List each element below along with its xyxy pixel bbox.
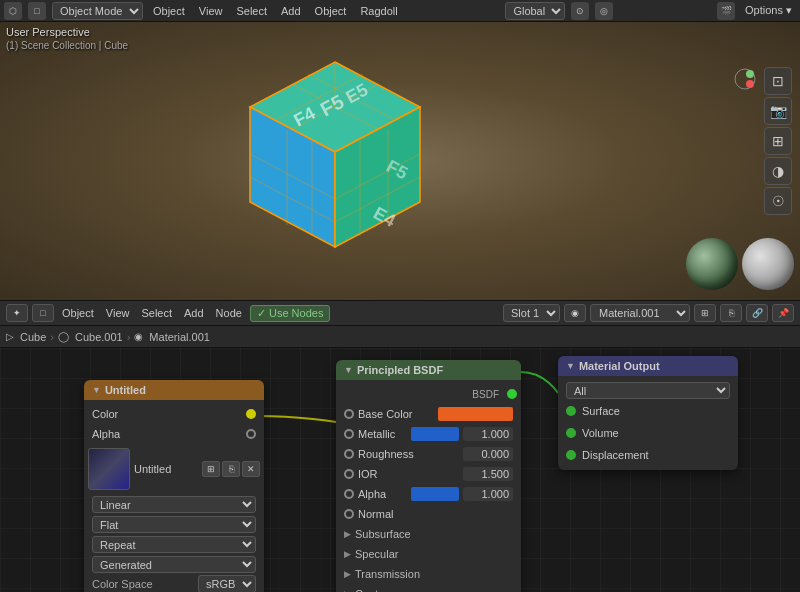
bsdf-metallic-socket[interactable] <box>344 429 354 439</box>
flat-row: Flat <box>84 514 264 534</box>
extension-select[interactable]: Repeat <box>92 536 256 553</box>
bsdf-node-body: BSDF Base Color Metallic 1.000 Roughness… <box>336 380 521 592</box>
snap-icon[interactable]: ⊙ <box>571 2 589 20</box>
bsdf-ior-value[interactable]: 1.500 <box>463 467 513 481</box>
source-select[interactable]: Generated <box>92 556 256 573</box>
object-type-icon[interactable]: □ <box>32 304 54 322</box>
interpolation-select[interactable]: Linear <box>92 496 256 513</box>
breadcrumb-cube001[interactable]: Cube.001 <box>75 331 123 343</box>
node-editor-icon[interactable]: ✦ <box>6 304 28 322</box>
bsdf-transmission-row[interactable]: ▶ Transmission <box>336 564 521 584</box>
bsdf-base-color-bar[interactable] <box>438 407 514 421</box>
bsdf-roughness-row: Roughness 0.000 <box>336 444 521 464</box>
bsdf-alpha-label: Alpha <box>358 488 407 500</box>
material-output-header[interactable]: ▼ Material Output <box>558 356 738 376</box>
bsdf-specular-row[interactable]: ▶ Specular <box>336 544 521 564</box>
mat-link-btn[interactable]: 🔗 <box>746 304 768 322</box>
camera-btn[interactable]: 📷 <box>764 97 792 125</box>
matout-all-select[interactable]: All <box>566 382 730 399</box>
untitled-alpha-socket[interactable] <box>246 429 256 439</box>
matout-surface-socket[interactable] <box>566 406 576 416</box>
grid-btn[interactable]: ⊞ <box>764 127 792 155</box>
object-icon[interactable]: □ <box>28 2 46 20</box>
proportional-icon[interactable]: ◎ <box>595 2 613 20</box>
color-space-select[interactable]: sRGB <box>198 575 256 592</box>
untitled-alpha-label: Alpha <box>92 428 242 440</box>
matout-displacement-label: Displacement <box>582 449 730 461</box>
subsurface-label: Subsurface <box>355 528 411 540</box>
breadcrumb-cube[interactable]: Cube <box>20 331 46 343</box>
untitled-color-socket[interactable] <box>246 409 256 419</box>
subsurface-arrow: ▶ <box>344 529 351 539</box>
matout-volume-socket[interactable] <box>566 428 576 438</box>
bsdf-base-color-label: Base Color <box>358 408 434 420</box>
menu-ragdoll[interactable]: Ragdoll <box>356 4 401 18</box>
matout-displacement-socket[interactable] <box>566 450 576 460</box>
menu-object[interactable]: Object <box>149 4 189 18</box>
bsdf-coat-row[interactable]: ▶ Coat <box>336 584 521 592</box>
bsdf-collapse-arrow[interactable]: ▼ <box>344 365 353 375</box>
tb-node[interactable]: Node <box>212 307 246 319</box>
untitled-alpha-row: Alpha <box>84 424 264 444</box>
bsdf-normal-socket[interactable] <box>344 509 354 519</box>
shading-btn[interactable]: ◑ <box>764 157 792 185</box>
top-menubar: ⬡ □ Object Mode Object View Select Add O… <box>0 0 800 22</box>
untitled-collapse-arrow[interactable]: ▼ <box>92 385 101 395</box>
tb-object[interactable]: Object <box>58 307 98 319</box>
slot-select[interactable]: Slot 1 <box>503 304 560 322</box>
bsdf-roughness-socket[interactable] <box>344 449 354 459</box>
bsdf-ior-socket[interactable] <box>344 469 354 479</box>
material-type-icon[interactable]: ◉ <box>564 304 586 322</box>
tex-copy-btn[interactable]: ⎘ <box>222 461 240 477</box>
untitled-node-body: Color Alpha Untitled ⊞ ⎘ ✕ <box>84 400 264 592</box>
bsdf-alpha-bar[interactable] <box>411 487 460 501</box>
overlay-btn[interactable]: ☉ <box>764 187 792 215</box>
orientation-widget[interactable] <box>734 68 756 92</box>
menu-view[interactable]: View <box>195 4 227 18</box>
mode-select[interactable]: Object Mode <box>52 2 143 20</box>
generated-row: Generated <box>84 554 264 574</box>
options-btn[interactable]: Options ▾ <box>741 3 796 18</box>
node-canvas[interactable]: ▼ Untitled Color Alpha Untitled ⊞ ⎘ ✕ <box>0 348 800 592</box>
object-icon2: ◯ <box>58 331 69 342</box>
zoom-fit-btn[interactable]: ⊡ <box>764 67 792 95</box>
bsdf-metallic-bar[interactable] <box>411 427 460 441</box>
breadcrumb-sep2: › <box>127 331 131 343</box>
preview-spheres <box>686 238 794 290</box>
matout-collapse-arrow[interactable]: ▼ <box>566 361 575 371</box>
scene-icon[interactable]: 🎬 <box>717 2 735 20</box>
projection-select[interactable]: Flat <box>92 516 256 533</box>
menu-select[interactable]: Select <box>232 4 271 18</box>
menu-add[interactable]: Add <box>277 4 305 18</box>
use-nodes-btn[interactable]: ✓ Use Nodes <box>250 305 330 322</box>
tb-select[interactable]: Select <box>137 307 176 319</box>
menu-object2[interactable]: Object <box>311 4 351 18</box>
untitled-node-header[interactable]: ▼ Untitled <box>84 380 264 400</box>
viewport[interactable]: User Perspective (1) Scene Collection | … <box>0 22 800 300</box>
viewport-info: User Perspective <box>6 26 90 38</box>
mat-copy-btn[interactable]: ⎘ <box>720 304 742 322</box>
tb-add[interactable]: Add <box>180 307 208 319</box>
global-select[interactable]: Global <box>505 2 565 20</box>
tb-view[interactable]: View <box>102 307 134 319</box>
bsdf-alpha-socket[interactable] <box>344 489 354 499</box>
mat-pin-btn[interactable]: 📌 <box>772 304 794 322</box>
bsdf-ior-row: IOR 1.500 <box>336 464 521 484</box>
breadcrumb-material[interactable]: Material.001 <box>149 331 210 343</box>
texture-name: Untitled <box>134 463 198 475</box>
bsdf-subsurface-row[interactable]: ▶ Subsurface <box>336 524 521 544</box>
mat-browse-btn[interactable]: ⊞ <box>694 304 716 322</box>
material-select[interactable]: Material.001 <box>590 304 690 322</box>
texture-buttons: ⊞ ⎘ ✕ <box>202 461 260 477</box>
bsdf-base-color-socket[interactable] <box>344 409 354 419</box>
tex-browse-btn[interactable]: ⊞ <box>202 461 220 477</box>
gray-sphere <box>742 238 794 290</box>
tex-unlink-btn[interactable]: ✕ <box>242 461 260 477</box>
bsdf-output-socket[interactable] <box>507 389 517 399</box>
matout-surface-label: Surface <box>582 405 730 417</box>
blender-icon[interactable]: ⬡ <box>4 2 22 20</box>
linear-row: Linear <box>84 494 264 514</box>
bsdf-node-header[interactable]: ▼ Principled BSDF <box>336 360 521 380</box>
bsdf-roughness-value[interactable]: 0.000 <box>463 447 513 461</box>
transmission-label: Transmission <box>355 568 420 580</box>
